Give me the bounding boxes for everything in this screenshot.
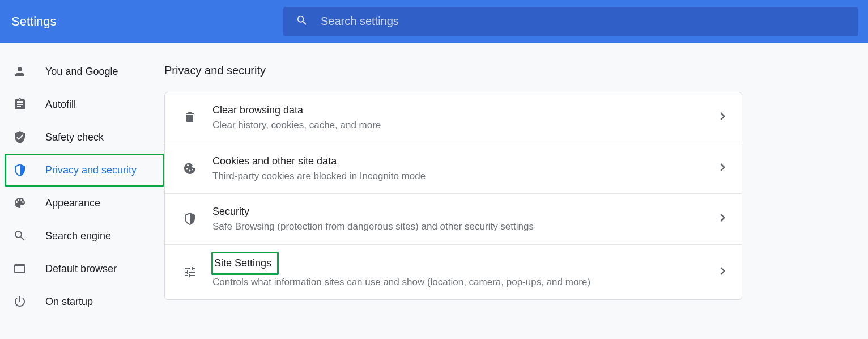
sidebar-item-label: Search engine (45, 230, 111, 242)
sidebar-item-label: On startup (45, 296, 93, 308)
sidebar-item-default-browser[interactable]: Default browser (5, 252, 164, 285)
clipboard-icon (12, 98, 27, 111)
search-wrap (283, 7, 858, 36)
row-subtitle: Safe Browsing (protection from dangerous… (212, 219, 705, 234)
sidebar-item-you-and-google[interactable]: You and Google (5, 55, 164, 88)
row-subtitle: Third-party cookies are blocked in Incog… (212, 169, 705, 184)
row-security[interactable]: Security Safe Browsing (protection from … (165, 193, 742, 244)
section-title: Privacy and security (164, 64, 860, 77)
trash-icon (182, 111, 198, 124)
row-text: Security Safe Browsing (protection from … (212, 204, 705, 234)
main-content: Privacy and security Clear browsing data… (164, 43, 868, 318)
row-title: Clear browsing data (212, 103, 303, 118)
sidebar-item-label: Safety check (45, 132, 104, 143)
browser-icon (12, 262, 27, 276)
sidebar-item-label: Default browser (45, 263, 117, 275)
row-text: Clear browsing data Clear history, cooki… (212, 103, 705, 133)
row-subtitle: Controls what information sites can use … (212, 275, 705, 290)
search-icon (296, 14, 308, 29)
sidebar-item-label: Appearance (45, 197, 100, 209)
chevron-right-icon (720, 163, 726, 173)
row-subtitle: Clear history, cookies, cache, and more (212, 118, 705, 133)
chevron-right-icon (720, 112, 726, 122)
sidebar-item-autofill[interactable]: Autofill (5, 88, 164, 121)
shield-outline-icon (182, 212, 198, 226)
search-input[interactable] (321, 15, 845, 28)
row-text: Site Settings Controls what information … (212, 255, 705, 290)
sidebar-item-label: You and Google (45, 66, 118, 78)
sidebar-item-safety-check[interactable]: Safety check (5, 121, 164, 154)
page-title: Settings (11, 14, 283, 29)
sidebar-item-search-engine[interactable]: Search engine (5, 219, 164, 252)
search-box[interactable] (283, 7, 858, 36)
row-clear-browsing-data[interactable]: Clear browsing data Clear history, cooki… (165, 92, 742, 143)
shield-check-icon (12, 130, 27, 144)
cookie-icon (182, 162, 198, 175)
row-site-settings[interactable]: Site Settings Controls what information … (165, 244, 742, 300)
sidebar-item-appearance[interactable]: Appearance (5, 187, 164, 219)
sidebar-item-label: Autofill (45, 99, 76, 111)
row-text: Cookies and other site data Third-party … (212, 154, 705, 184)
row-title: Site Settings (211, 252, 279, 275)
row-cookies[interactable]: Cookies and other site data Third-party … (165, 143, 742, 194)
shield-icon (12, 163, 27, 177)
search-icon (12, 229, 27, 243)
chevron-right-icon (720, 267, 726, 277)
row-title: Security (212, 204, 249, 219)
person-icon (12, 65, 27, 78)
sidebar-item-privacy-and-security[interactable]: Privacy and security (5, 154, 164, 187)
privacy-card: Clear browsing data Clear history, cooki… (164, 92, 742, 300)
chevron-right-icon (720, 214, 726, 224)
sidebar-item-label: Privacy and security (45, 164, 137, 176)
palette-icon (12, 196, 27, 210)
tune-icon (182, 265, 198, 279)
sidebar-item-on-startup[interactable]: On startup (5, 285, 164, 318)
power-icon (12, 295, 27, 308)
row-title: Cookies and other site data (212, 154, 337, 169)
sidebar: You and Google Autofill Safety check Pri… (0, 43, 164, 318)
top-header: Settings (0, 0, 868, 43)
